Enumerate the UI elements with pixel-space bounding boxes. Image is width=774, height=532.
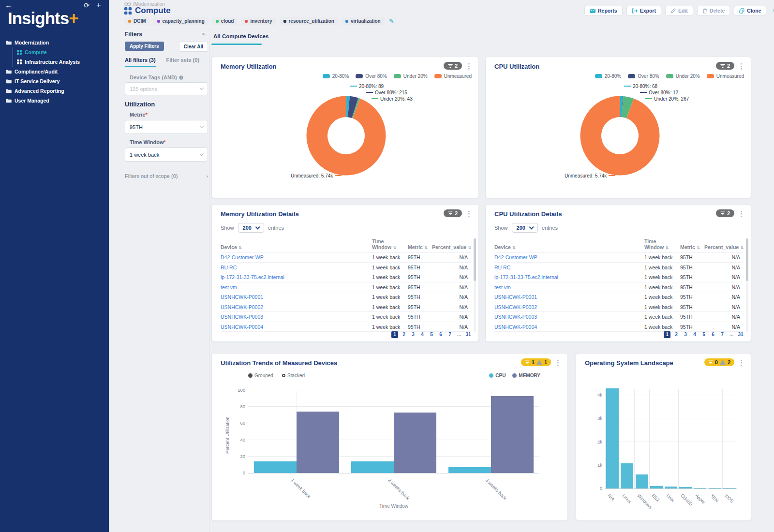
percent-value-cell: N/A — [432, 292, 471, 302]
pagination-page-2[interactable]: 2 — [673, 331, 680, 338]
bar-z-os[interactable] — [723, 488, 736, 489]
sidebar-item-user-managed[interactable]: User Managed — [0, 96, 109, 105]
bar-windows[interactable] — [636, 474, 648, 488]
column-header-device[interactable]: Device⇅ — [221, 244, 372, 250]
sidebar-item-modernization[interactable]: Modernization — [0, 38, 109, 47]
bar-apple[interactable] — [694, 488, 706, 489]
edit-button[interactable]: Edit — [665, 6, 693, 15]
device-link[interactable]: test vm — [494, 282, 644, 293]
pagination-page-3[interactable]: 3 — [410, 331, 417, 338]
bar-linux[interactable] — [621, 463, 633, 488]
sidebar-item-compliance-audit[interactable]: Compliance/Audit — [0, 67, 109, 76]
filter-tab-filter-sets-0[interactable]: Filter sets (0) — [166, 57, 199, 67]
clear-all-button[interactable]: Clear All — [179, 42, 208, 52]
kebab-menu-icon[interactable]: ⋮ — [738, 210, 745, 217]
sidebar-item-it-service-delivery[interactable]: IT Service Delivery — [0, 76, 109, 86]
kebab-menu-icon[interactable]: ⋮ — [738, 359, 745, 366]
kebab-menu-icon[interactable]: ⋮ — [554, 359, 562, 366]
kebab-menu-icon[interactable]: ⋮ — [465, 210, 473, 217]
device-link[interactable]: USNHCWK-P0001 — [494, 292, 644, 302]
sidebar-item-advanced-reporting[interactable]: Advanced Reporting — [0, 86, 109, 96]
time-window-cell: 1 week back — [372, 302, 408, 312]
collapse-filters-icon[interactable]: ⇤ — [202, 30, 207, 37]
table-scrollbar[interactable] — [746, 238, 748, 332]
pagination-page-1[interactable]: 1 — [391, 331, 398, 338]
os-bar-chart[interactable]: 01k2k3k4kN/ALinuxWindowsESXUnixOS400Appl… — [605, 389, 737, 489]
device-link[interactable]: USNHCWK-P0004 — [221, 322, 372, 332]
device-link[interactable]: RU RC — [494, 263, 644, 273]
reports-button[interactable]: Reports — [584, 6, 623, 15]
bar-esx[interactable] — [650, 486, 663, 488]
page-size-select[interactable]: 200 — [512, 223, 538, 233]
pagination-page-2[interactable]: 2 — [401, 331, 407, 338]
pagination-page-5[interactable]: 5 — [428, 331, 435, 338]
device-link[interactable]: D42-Customer-WP — [221, 252, 372, 263]
bar-cpu-1-week-back[interactable] — [254, 461, 297, 473]
sidebar-refresh-icon[interactable]: ⟳ — [84, 1, 89, 9]
pagination-page-4[interactable]: 4 — [691, 331, 698, 338]
sidebar-item-infrastructure-analysis[interactable]: Infrastructure Analysis — [13, 57, 109, 67]
bar-xen[interactable] — [709, 488, 721, 489]
device-link[interactable]: ip-172-31-33-75.ec2.internal — [221, 272, 372, 282]
page-size-select[interactable]: 200 — [238, 223, 265, 233]
radio-grouped[interactable]: Grouped — [248, 373, 273, 378]
column-header-metric[interactable]: Metric⇅ — [680, 244, 704, 250]
pagination-page-7[interactable]: 7 — [719, 331, 726, 338]
pagination-page-31[interactable]: 31 — [737, 331, 744, 338]
radio-stacked[interactable]: Stacked — [282, 373, 305, 378]
bar-os400[interactable] — [679, 487, 692, 488]
filter-tab-all-filters-3[interactable]: All filters (3) — [125, 57, 156, 67]
pagination-page-5[interactable]: 5 — [700, 331, 707, 338]
delete-button[interactable]: Delete — [697, 6, 730, 15]
back-arrow-icon[interactable]: ← — [5, 1, 12, 9]
bar-cpu-3-weeks-back[interactable] — [448, 467, 491, 473]
pagination-page-3[interactable]: 3 — [682, 331, 689, 338]
clone-button[interactable]: Clone — [734, 6, 766, 15]
column-header-percent-value[interactable]: Percent_value⇅ — [432, 244, 471, 250]
device-link[interactable]: USNHCWK-P0002 — [494, 302, 644, 312]
bar-memory-3-weeks-back[interactable] — [491, 396, 534, 473]
device-link[interactable]: test vm — [221, 282, 372, 293]
device-tags-select[interactable]: 135 options — [125, 82, 208, 95]
trends-bar-chart[interactable]: 0204060801001 week back2 weeks back3 wee… — [248, 391, 539, 473]
button-label: Reports — [598, 8, 617, 14]
column-header-time-window[interactable]: Time Window⇅ — [644, 238, 680, 250]
column-header-percent-value[interactable]: Percent_value⇅ — [704, 244, 743, 250]
column-header-device[interactable]: Device⇅ — [494, 244, 644, 250]
device-link[interactable]: USNHCWK-P0001 — [221, 292, 372, 302]
filters-out-of-scope[interactable]: Filters out of scope (0)› — [125, 173, 208, 179]
column-header-time-window[interactable]: Time Window⇅ — [372, 238, 408, 250]
bar-memory-1-week-back[interactable] — [297, 412, 339, 473]
metric-cell: 95TH — [680, 282, 704, 293]
device-link[interactable]: RU RC — [221, 263, 372, 273]
bar-unix[interactable] — [665, 487, 677, 488]
sidebar-item-compute[interactable]: Compute — [13, 47, 109, 57]
export-button[interactable]: Export — [626, 6, 661, 15]
pagination-page-6[interactable]: 6 — [437, 331, 444, 338]
device-link[interactable]: D42-Customer-WP — [494, 252, 644, 263]
bar-cpu-2-weeks-back[interactable] — [351, 461, 394, 473]
pagination-page-31[interactable]: 31 — [465, 331, 472, 338]
apply-filters-button[interactable]: Apply Filters — [125, 42, 164, 51]
pagination-page-6[interactable]: 6 — [710, 331, 716, 338]
pagination-page-4[interactable]: 4 — [419, 331, 426, 338]
metric-select[interactable]: 95TH — [125, 120, 208, 134]
bar-n-a[interactable] — [606, 388, 619, 488]
tab-all-compute-devices[interactable]: All Compute Devices — [213, 33, 268, 39]
device-link[interactable]: USNHCWK-P0003 — [221, 312, 372, 322]
device-link[interactable]: USNHCWK-P0002 — [221, 302, 372, 312]
bar-memory-2-weeks-back[interactable] — [394, 413, 436, 473]
edit-tags-pencil-icon[interactable]: ✎ — [389, 17, 394, 25]
device-link[interactable]: USNHCWK-P0004 — [494, 322, 644, 332]
device-link[interactable]: ip-172-31-33-75.ec2.internal — [494, 272, 644, 282]
device-link[interactable]: USNHCWK-P0003 — [494, 312, 644, 322]
sidebar-add-icon[interactable]: + — [96, 0, 101, 10]
time-window-select[interactable]: 1 week back — [125, 148, 208, 162]
y-tick-label: 3k — [588, 415, 602, 421]
table-scrollbar[interactable] — [474, 238, 476, 332]
tag-color-dot — [128, 20, 131, 23]
percent-value-cell: N/A — [432, 312, 471, 322]
pagination-page-7[interactable]: 7 — [447, 331, 453, 338]
column-header-metric[interactable]: Metric⇅ — [408, 244, 432, 250]
pagination-page-1[interactable]: 1 — [664, 331, 670, 338]
